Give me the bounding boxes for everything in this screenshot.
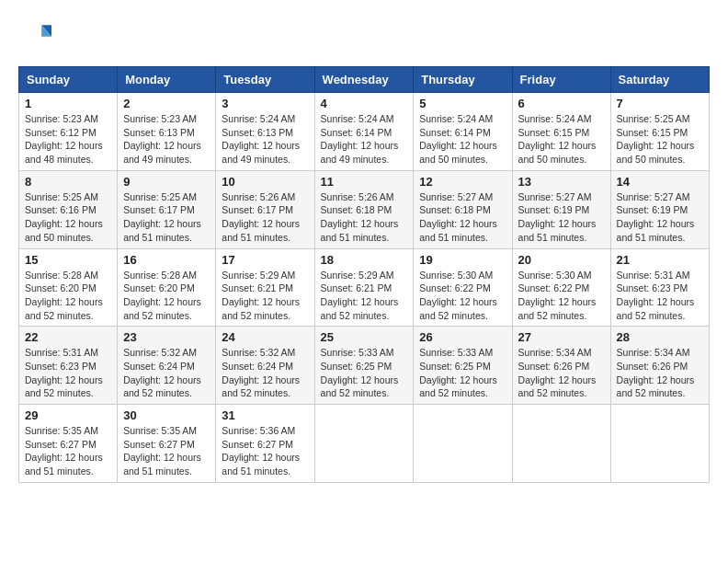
sunrise-label: Sunrise: 5:28 AM [123,270,197,281]
calendar-cell: 17 Sunrise: 5:29 AM Sunset: 6:21 PM Dayl… [216,248,314,327]
calendar-cell: 29 Sunrise: 5:35 AM Sunset: 6:27 PM Dayl… [19,405,118,483]
week-row-1: 1 Sunrise: 5:23 AM Sunset: 6:12 PM Dayli… [19,93,710,171]
sunset-label: Sunset: 6:14 PM [321,127,392,138]
calendar-cell: 19 Sunrise: 5:30 AM Sunset: 6:22 PM Dayl… [414,248,512,327]
day-info: Sunrise: 5:26 AM Sunset: 6:18 PM Dayligh… [321,190,408,245]
calendar-cell: 11 Sunrise: 5:26 AM Sunset: 6:18 PM Dayl… [314,170,414,248]
day-info: Sunrise: 5:34 AM Sunset: 6:26 PM Dayligh… [617,346,703,400]
day-info: Sunrise: 5:24 AM Sunset: 6:14 PM Dayligh… [321,112,408,167]
daylight-label: Daylight: 12 hours and 52 minutes. [518,374,597,399]
calendar-cell: 28 Sunrise: 5:34 AM Sunset: 6:26 PM Dayl… [610,327,709,405]
daylight-label: Daylight: 12 hours and 51 minutes. [222,452,300,477]
calendar-cell: 24 Sunrise: 5:32 AM Sunset: 6:24 PM Dayl… [216,327,314,405]
day-info: Sunrise: 5:28 AM Sunset: 6:20 PM Dayligh… [25,269,111,323]
sunset-label: Sunset: 6:27 PM [25,439,97,450]
day-info: Sunrise: 5:25 AM Sunset: 6:15 PM Dayligh… [617,112,703,167]
calendar-cell: 25 Sunrise: 5:33 AM Sunset: 6:25 PM Dayl… [314,327,414,405]
sunrise-label: Sunrise: 5:31 AM [617,270,690,281]
calendar-cell: 3 Sunrise: 5:24 AM Sunset: 6:13 PM Dayli… [216,93,314,171]
sunrise-label: Sunrise: 5:34 AM [518,347,592,358]
day-number: 19 [419,253,506,267]
sunset-label: Sunset: 6:23 PM [25,361,97,372]
sunset-label: Sunset: 6:23 PM [617,282,688,293]
calendar-cell [610,405,709,483]
calendar-cell: 13 Sunrise: 5:27 AM Sunset: 6:19 PM Dayl… [512,170,610,248]
day-info: Sunrise: 5:25 AM Sunset: 6:17 PM Dayligh… [123,190,210,245]
calendar-cell: 1 Sunrise: 5:23 AM Sunset: 6:12 PM Dayli… [19,93,118,171]
day-number: 5 [419,97,506,110]
calendar-cell: 7 Sunrise: 5:25 AM Sunset: 6:15 PM Dayli… [610,93,709,171]
daylight-label: Daylight: 12 hours and 52 minutes. [321,296,399,321]
calendar-cell: 6 Sunrise: 5:24 AM Sunset: 6:15 PM Dayli… [512,93,610,171]
sunset-label: Sunset: 6:22 PM [419,282,491,293]
day-number: 13 [518,175,605,189]
day-number: 21 [617,253,703,267]
daylight-label: Daylight: 12 hours and 51 minutes. [25,452,103,477]
header-row: SundayMondayTuesdayWednesdayThursdayFrid… [19,67,710,93]
calendar-cell [314,405,414,483]
sunrise-label: Sunrise: 5:32 AM [123,347,197,358]
daylight-label: Daylight: 12 hours and 52 minutes. [123,296,201,321]
sunrise-label: Sunrise: 5:24 AM [518,113,592,124]
day-number: 31 [222,408,308,422]
calendar-cell: 27 Sunrise: 5:34 AM Sunset: 6:26 PM Dayl… [512,327,610,405]
day-number: 1 [25,97,111,110]
sunset-label: Sunset: 6:13 PM [123,127,195,138]
day-number: 28 [617,330,703,344]
daylight-label: Daylight: 12 hours and 52 minutes. [419,374,497,399]
calendar-cell: 12 Sunrise: 5:27 AM Sunset: 6:18 PM Dayl… [414,170,512,248]
daylight-label: Daylight: 12 hours and 52 minutes. [518,296,597,321]
day-number: 3 [222,97,308,110]
sunrise-label: Sunrise: 5:34 AM [617,347,690,358]
daylight-label: Daylight: 12 hours and 49 minutes. [321,140,399,165]
sunrise-label: Sunrise: 5:24 AM [222,113,295,124]
calendar-cell: 22 Sunrise: 5:31 AM Sunset: 6:23 PM Dayl… [19,327,118,405]
sunrise-label: Sunrise: 5:36 AM [222,425,295,436]
sunset-label: Sunset: 6:18 PM [419,204,491,215]
daylight-label: Daylight: 12 hours and 51 minutes. [321,218,399,243]
day-info: Sunrise: 5:27 AM Sunset: 6:19 PM Dayligh… [518,190,605,245]
calendar-cell: 5 Sunrise: 5:24 AM Sunset: 6:14 PM Dayli… [414,93,512,171]
day-info: Sunrise: 5:32 AM Sunset: 6:24 PM Dayligh… [222,346,308,400]
sunrise-label: Sunrise: 5:26 AM [222,191,295,202]
sunrise-label: Sunrise: 5:33 AM [321,347,394,358]
sunset-label: Sunset: 6:24 PM [123,361,195,372]
day-info: Sunrise: 5:27 AM Sunset: 6:18 PM Dayligh… [419,190,506,245]
sunset-label: Sunset: 6:12 PM [25,127,97,138]
day-info: Sunrise: 5:25 AM Sunset: 6:16 PM Dayligh… [25,190,111,245]
daylight-label: Daylight: 12 hours and 52 minutes. [123,374,201,399]
day-number: 16 [123,253,210,267]
daylight-label: Daylight: 12 hours and 50 minutes. [617,140,695,165]
sunrise-label: Sunrise: 5:23 AM [25,113,98,124]
sunset-label: Sunset: 6:17 PM [123,204,195,215]
day-info: Sunrise: 5:30 AM Sunset: 6:22 PM Dayligh… [419,269,506,323]
day-info: Sunrise: 5:34 AM Sunset: 6:26 PM Dayligh… [518,346,605,400]
day-header-friday: Friday [512,67,610,93]
daylight-label: Daylight: 12 hours and 51 minutes. [123,452,201,477]
day-header-sunday: Sunday [19,67,118,93]
daylight-label: Daylight: 12 hours and 50 minutes. [25,218,103,243]
day-info: Sunrise: 5:31 AM Sunset: 6:23 PM Dayligh… [25,346,111,400]
page-header [18,18,710,52]
sunset-label: Sunset: 6:17 PM [222,204,293,215]
daylight-label: Daylight: 12 hours and 52 minutes. [617,374,695,399]
sunset-label: Sunset: 6:20 PM [25,282,97,293]
day-number: 18 [321,253,408,267]
calendar-cell: 23 Sunrise: 5:32 AM Sunset: 6:24 PM Dayl… [118,327,216,405]
sunrise-label: Sunrise: 5:31 AM [25,347,98,358]
sunset-label: Sunset: 6:16 PM [25,204,97,215]
sunset-label: Sunset: 6:21 PM [222,282,293,293]
calendar-body: 1 Sunrise: 5:23 AM Sunset: 6:12 PM Dayli… [19,93,710,483]
day-number: 11 [321,175,408,189]
day-info: Sunrise: 5:23 AM Sunset: 6:13 PM Dayligh… [123,112,210,167]
day-number: 24 [222,330,308,344]
sunrise-label: Sunrise: 5:25 AM [25,191,98,202]
sunrise-label: Sunrise: 5:27 AM [617,191,690,202]
daylight-label: Daylight: 12 hours and 52 minutes. [617,296,695,321]
daylight-label: Daylight: 12 hours and 52 minutes. [25,296,103,321]
sunrise-label: Sunrise: 5:27 AM [419,191,493,202]
sunset-label: Sunset: 6:25 PM [321,361,392,372]
sunrise-label: Sunrise: 5:30 AM [518,270,592,281]
day-info: Sunrise: 5:29 AM Sunset: 6:21 PM Dayligh… [222,269,308,323]
sunrise-label: Sunrise: 5:35 AM [25,425,98,436]
